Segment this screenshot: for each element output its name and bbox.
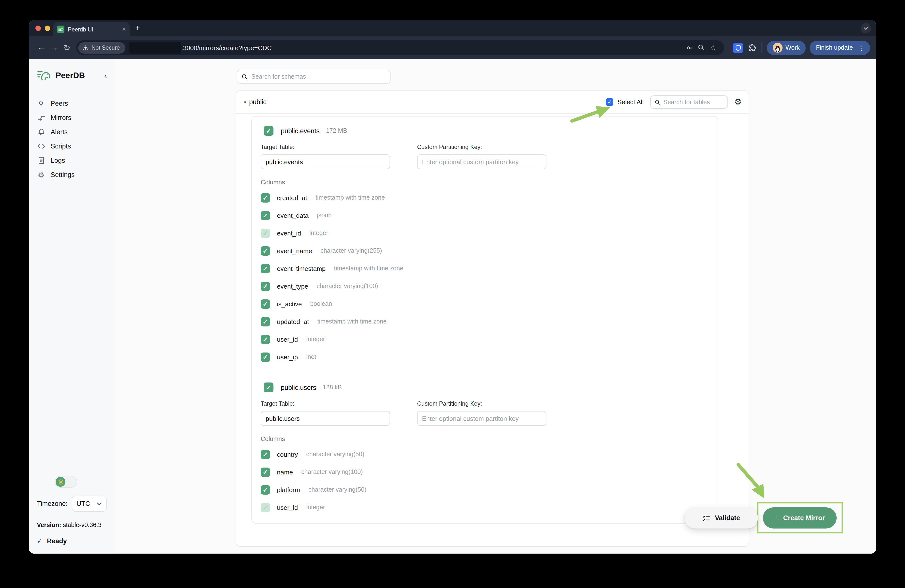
column-name: user_id — [277, 336, 298, 343]
browser-tab[interactable]: Peerdb UI × — [53, 22, 130, 36]
peerdb-favicon-icon — [57, 25, 64, 33]
sidebar-item-logs[interactable]: Logs — [37, 154, 107, 168]
partition-key-label: Custom Partitioning Key: — [417, 400, 546, 407]
column-row: ✓ user_id integer — [261, 499, 709, 516]
column-type: character varying(100) — [316, 283, 378, 290]
forward-icon[interactable]: → — [48, 43, 60, 52]
column-name: event_type — [277, 282, 308, 290]
validate-button[interactable]: Validate — [685, 507, 758, 528]
column-type: integer — [306, 336, 325, 343]
browser-menu-dots-icon[interactable]: ⋮ — [856, 44, 867, 51]
column-checkbox[interactable]: ✓ — [261, 467, 270, 477]
table-settings-gear-icon[interactable]: ⚙ — [734, 98, 742, 106]
table-search-input[interactable] — [664, 98, 724, 105]
column-name: event_timestamp — [277, 265, 325, 272]
table-checkbox[interactable]: ✓ — [264, 382, 273, 392]
check-icon: ✓ — [37, 537, 43, 545]
column-checkbox[interactable]: ✓ — [261, 211, 270, 220]
extensions-puzzle-icon[interactable] — [748, 43, 756, 52]
column-checkbox[interactable]: ✓ — [261, 317, 270, 326]
column-checkbox[interactable]: ✓ — [261, 299, 270, 309]
timezone-label: Timezone: — [37, 500, 68, 507]
column-type: timestamp with time zone — [334, 265, 403, 272]
url-text: :3000/mirrors/create?type=CDC — [181, 44, 684, 51]
timezone-value: UTC — [76, 500, 94, 507]
table-size: 128 kB — [323, 384, 342, 391]
password-key-icon[interactable] — [684, 43, 695, 52]
select-all-control[interactable]: ✓ Select All — [606, 98, 644, 106]
tab-close-icon[interactable]: × — [122, 26, 126, 32]
close-window-button[interactable] — [35, 25, 41, 31]
table-form: Target Table: Custom Partitioning Key: — [261, 400, 709, 426]
chevron-down-icon — [97, 502, 102, 505]
toolbar-divider — [761, 42, 762, 53]
table-section: ✓ public.users 128 kB Target Table: Cust… — [252, 372, 718, 523]
finish-update-button[interactable]: Finish update ⋮ — [810, 41, 870, 55]
penguin-avatar — [773, 43, 783, 52]
status-label: Ready — [47, 537, 67, 545]
column-row: ✓ country character varying(50) — [261, 445, 709, 463]
schema-search-input[interactable] — [251, 73, 386, 80]
schema-name: public — [249, 98, 267, 106]
sidebar-item-mirrors[interactable]: Mirrors — [37, 111, 107, 125]
sidebar-item-scripts[interactable]: Scripts — [37, 139, 107, 154]
partition-key-input[interactable] — [417, 411, 546, 426]
brand-title: PeerDB — [56, 71, 100, 80]
column-type: character varying(50) — [308, 486, 367, 493]
screen: Peerdb UI × + ← → ↻ Not Secure :30 — [0, 0, 905, 588]
back-icon[interactable]: ← — [35, 43, 48, 52]
column-name: country — [277, 450, 298, 458]
table-row: ✓ public.events 172 MB — [264, 126, 709, 136]
sidebar-item-alerts[interactable]: Alerts — [37, 125, 107, 139]
bitwarden-shield-icon[interactable] — [733, 43, 743, 53]
theme-toggle[interactable] — [55, 476, 77, 488]
profile-chip[interactable]: Work — [767, 41, 806, 55]
schema-expander[interactable]: ▾ public — [244, 98, 267, 106]
column-checkbox[interactable]: ✓ — [261, 228, 270, 238]
table-size: 172 MB — [326, 127, 347, 134]
column-type: boolean — [310, 300, 332, 307]
column-name: event_name — [277, 247, 312, 254]
tab-search-chevron-icon[interactable] — [861, 23, 871, 33]
address-bar[interactable]: Not Secure :3000/mirrors/create?type=CDC… — [76, 40, 724, 55]
columns-list: ✓ country character varying(50) ✓ name c… — [261, 445, 709, 516]
browser-toolbar: ← → ↻ Not Secure :3000/mirrors/create?ty… — [29, 36, 876, 59]
create-mirror-button[interactable]: + Create Mirror — [763, 507, 837, 528]
select-all-checkbox[interactable]: ✓ — [606, 98, 614, 106]
warning-triangle-icon — [83, 45, 89, 51]
sidebar-item-label: Scripts — [51, 143, 71, 150]
column-name: platform — [277, 486, 300, 493]
zoom-out-icon[interactable] — [695, 44, 707, 52]
profile-label: Work — [786, 44, 800, 51]
column-checkbox[interactable]: ✓ — [261, 352, 270, 361]
new-tab-button[interactable]: + — [135, 24, 140, 32]
not-secure-chip[interactable]: Not Secure — [78, 42, 125, 53]
partition-key-input[interactable] — [417, 154, 546, 169]
minimize-window-button[interactable] — [45, 25, 50, 31]
target-table-label: Target Table: — [261, 144, 390, 151]
bookmark-star-icon[interactable]: ☆ — [707, 43, 719, 52]
column-checkbox[interactable]: ✓ — [261, 450, 270, 459]
column-checkbox[interactable]: ✓ — [261, 334, 270, 344]
column-checkbox[interactable]: ✓ — [261, 246, 270, 255]
sidebar-item-peers[interactable]: Peers — [37, 97, 107, 111]
column-checkbox[interactable]: ✓ — [261, 264, 270, 273]
column-checkbox[interactable]: ✓ — [261, 282, 270, 291]
status-row: ✓ Ready — [37, 537, 107, 545]
column-name: updated_at — [277, 318, 309, 325]
column-checkbox[interactable]: ✓ — [261, 503, 270, 512]
reload-icon[interactable]: ↻ — [60, 43, 73, 53]
column-checkbox[interactable]: ✓ — [261, 485, 270, 494]
target-table-input[interactable] — [261, 411, 390, 426]
table-checkbox[interactable]: ✓ — [264, 126, 273, 136]
redacted-host — [129, 42, 181, 54]
target-table-input[interactable] — [261, 154, 390, 169]
column-checkbox[interactable]: ✓ — [261, 193, 270, 202]
peerdb-logo-icon — [37, 69, 52, 82]
column-name: user_id — [277, 504, 298, 511]
column-row: ✓ is_active boolean — [261, 295, 709, 313]
sidebar-item-settings[interactable]: ⚙ Settings — [37, 168, 107, 182]
timezone-select[interactable]: UTC — [71, 496, 107, 512]
sidebar-collapse-icon[interactable]: ‹ — [104, 71, 107, 79]
log-receipt-icon — [37, 157, 45, 164]
